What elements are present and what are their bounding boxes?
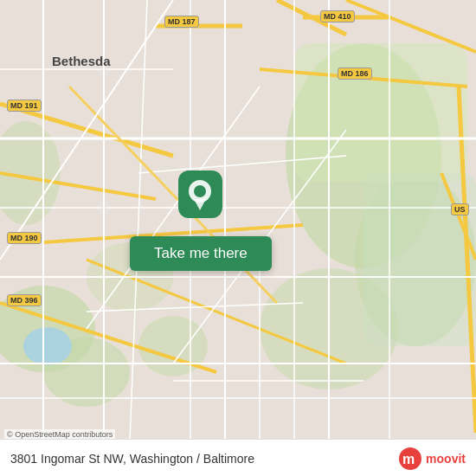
moovit-logo-svg: m	[398, 447, 422, 471]
road-label-md190: MD 190	[7, 232, 42, 244]
road-label-us: US	[451, 203, 469, 215]
moovit-logo: m moovit	[398, 447, 466, 471]
cta-container: Take me there	[130, 169, 272, 271]
svg-rect-10	[294, 43, 467, 182]
moovit-text: moovit	[426, 452, 466, 466]
location-pin-svg	[177, 169, 224, 229]
location-pin-wrapper	[177, 169, 224, 229]
address-text: 3801 Ingomar St NW, Washington / Baltimo…	[10, 452, 254, 466]
svg-rect-11	[363, 173, 476, 346]
svg-text:m: m	[402, 452, 415, 466]
road-label-md396: MD 396	[7, 294, 42, 306]
bottom-bar: 3801 Ingomar St NW, Washington / Baltimo…	[0, 439, 476, 476]
road-label-md187: MD 187	[164, 16, 199, 28]
map-container: MD 187 MD 191 MD 190 MD 396 MD 410 MD 18…	[0, 0, 476, 476]
road-label-md410: MD 410	[320, 10, 355, 23]
svg-point-48	[194, 185, 206, 197]
road-label-md191: MD 191	[7, 100, 42, 112]
svg-point-9	[23, 327, 72, 365]
road-label-md186: MD 186	[338, 68, 372, 80]
take-me-there-button[interactable]: Take me there	[130, 236, 272, 271]
city-label-bethesda: Bethesda	[52, 54, 111, 68]
